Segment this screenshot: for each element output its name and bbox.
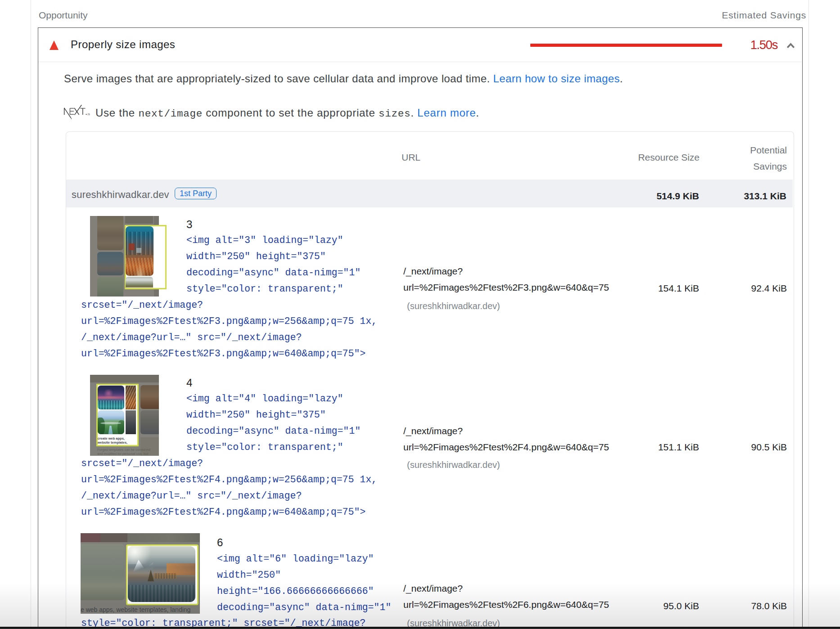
svg-text:JS: JS: [87, 113, 90, 116]
